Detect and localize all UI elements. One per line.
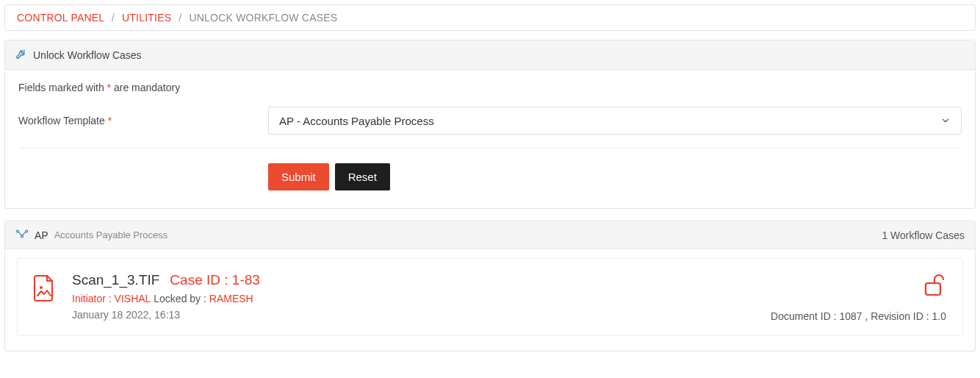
initiator-label: Initiator : (72, 293, 115, 304)
document-icon (31, 272, 57, 304)
panel-title: Unlock Workflow Cases (33, 49, 142, 61)
header-left: AP Accounts Payable Process (15, 229, 167, 241)
button-row: Submit Reset (268, 163, 962, 190)
cases-panel-header: AP Accounts Payable Process 1 Workflow C… (5, 221, 975, 249)
workflow-icon (15, 229, 29, 241)
unlock-workflow-panel: Unlock Workflow Cases Fields marked with… (4, 40, 976, 209)
breadcrumb-separator: / (174, 12, 186, 24)
required-mark: * (108, 115, 112, 126)
document-revision-text: Document ID : 1087 , Revision ID : 1.0 (771, 310, 946, 322)
svg-point-0 (24, 51, 25, 51)
initiator-value: VISHAL (115, 293, 151, 304)
workflow-name: Accounts Payable Process (54, 229, 168, 240)
case-timestamp: January 18 2022, 16:13 (72, 309, 741, 321)
case-right: Document ID : 1087 , Revision ID : 1.0 (755, 272, 946, 322)
workflow-cases-panel: AP Accounts Payable Process 1 Workflow C… (4, 221, 976, 352)
svg-point-4 (40, 286, 43, 289)
panel-header: Unlock Workflow Cases (5, 40, 975, 70)
workflow-template-field: AP - Accounts Payable Process (268, 107, 962, 135)
chevron-down-icon (940, 115, 951, 126)
case-main: Scan_1_3.TIF Case ID : 1-83 Initiator : … (72, 272, 741, 321)
case-filename: Scan_1_3.TIF (72, 272, 159, 288)
unlock-button[interactable] (921, 272, 946, 297)
submit-button[interactable]: Submit (268, 163, 329, 190)
divider (18, 148, 962, 149)
breadcrumb-link-control-panel[interactable]: CONTROL PANEL (17, 12, 104, 24)
case-count: 1 Workflow Cases (882, 229, 965, 241)
select-control[interactable]: AP - Accounts Payable Process (268, 107, 962, 135)
mandatory-suffix: are mandatory (111, 82, 180, 93)
reset-button[interactable]: Reset (335, 163, 390, 190)
breadcrumb-separator: / (107, 12, 119, 24)
unlock-icon (923, 272, 945, 297)
locked-by-value: RAMESH (209, 293, 253, 304)
tools-icon (15, 48, 27, 62)
workflow-template-select[interactable]: AP - Accounts Payable Process (268, 107, 962, 135)
mandatory-note: Fields marked with * are mandatory (18, 82, 962, 93)
breadcrumb-link-utilities[interactable]: UTILITIES (122, 12, 171, 24)
mandatory-prefix: Fields marked with (18, 82, 107, 93)
select-value: AP - Accounts Payable Process (279, 115, 434, 127)
workflow-template-row: Workflow Template * AP - Accounts Payabl… (18, 107, 962, 135)
field-label-text: Workflow Template (18, 115, 108, 126)
breadcrumb-current: UNLOCK WORKFLOW CASES (190, 12, 338, 24)
svg-rect-5 (926, 283, 940, 295)
locked-by-label: Locked by : (151, 293, 209, 304)
workflow-template-label: Workflow Template * (18, 115, 253, 126)
case-id: Case ID : 1-83 (170, 272, 260, 288)
breadcrumb: CONTROL PANEL / UTILITIES / UNLOCK WORKF… (4, 4, 976, 31)
panel-body: Fields marked with * are mandatory Workf… (5, 70, 975, 208)
case-title-row: Scan_1_3.TIF Case ID : 1-83 (72, 272, 741, 288)
case-meta: Initiator : VISHAL Locked by : RAMESH (72, 293, 741, 304)
case-card: Scan_1_3.TIF Case ID : 1-83 Initiator : … (17, 258, 963, 336)
workflow-code: AP (35, 229, 48, 241)
